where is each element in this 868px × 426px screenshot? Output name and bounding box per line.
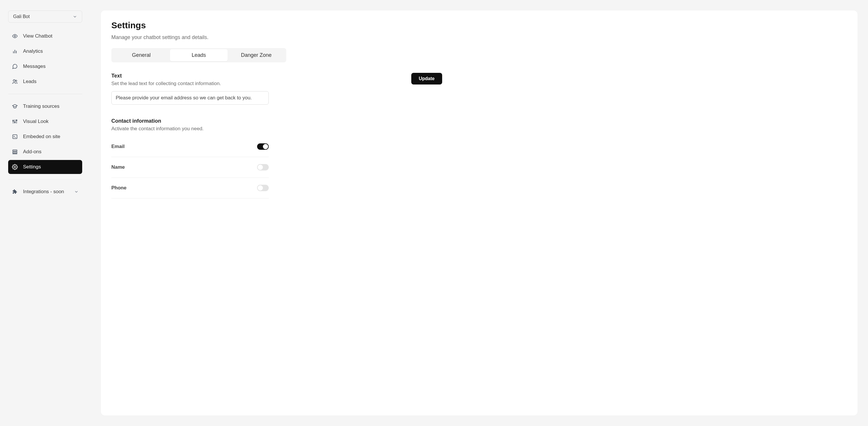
sidebar-item-label: Settings [23,164,41,170]
users-icon [12,78,18,85]
toggle-row-email: Email [111,140,269,157]
bar-chart-icon [12,48,18,55]
sidebar-item-integrations[interactable]: Integrations - soon [8,185,82,199]
lead-text-input[interactable] [111,91,269,105]
sidebar-item-analytics[interactable]: Analytics [8,44,82,58]
svg-rect-14 [13,150,17,151]
lead-text-title: Text [111,73,221,79]
svg-rect-15 [13,152,17,153]
nav-group-2: Training sources Visual Look Embeded on … [8,99,82,174]
svg-point-10 [14,122,15,123]
toggle-email[interactable] [257,143,269,150]
svg-rect-16 [13,153,17,154]
sidebar-item-training-sources[interactable]: Training sources [8,99,82,113]
toggle-row-phone: Phone [111,178,269,198]
update-button[interactable]: Update [411,73,442,85]
svg-point-0 [14,36,16,37]
sidebar-item-add-ons[interactable]: Add-ons [8,145,82,159]
svg-rect-12 [13,135,17,138]
tab-leads[interactable]: Leads [170,49,227,61]
toggle-name[interactable] [257,164,269,170]
sidebar-item-view-chatbot[interactable]: View Chatbot [8,29,82,43]
sidebar-item-label: View Chatbot [23,33,53,39]
sliders-icon [12,118,18,125]
tab-general[interactable]: General [113,49,170,61]
gear-icon [12,164,18,170]
sidebar-item-leads[interactable]: Leads [8,75,82,89]
tabs: General Leads Danger Zone [111,48,286,62]
contact-title: Contact information [111,118,442,124]
sidebar-item-embed-on-site[interactable]: Embeded on site [8,130,82,144]
contact-subtitle: Activate the contact information you nee… [111,126,442,132]
eye-icon [12,33,18,39]
svg-point-9 [13,120,14,121]
svg-point-4 [13,79,15,81]
terminal-icon [12,133,18,140]
toggle-phone[interactable] [257,185,269,191]
sidebar-item-label: Training sources [23,103,59,109]
sidebar-item-label: Visual Look [23,119,49,124]
sidebar-item-label: Leads [23,79,36,85]
toggle-label: Phone [111,185,126,191]
sidebar-item-visual-look[interactable]: Visual Look [8,114,82,129]
page-subtitle: Manage your chatbot settings and details… [111,34,847,40]
sidebar-item-messages[interactable]: Messages [8,60,82,73]
graduation-cap-icon [12,103,18,109]
puzzle-icon [12,189,18,195]
main-content: Settings Manage your chatbot settings an… [101,10,858,416]
sidebar-item-label: Embeded on site [23,134,60,139]
toggle-row-name: Name [111,157,269,178]
stack-icon [12,149,18,155]
sidebar: Gali Bot View Chatbot Analytics Messages [0,0,90,426]
bot-selector-label: Gali Bot [13,14,30,19]
sidebar-item-settings[interactable]: Settings [8,160,82,174]
svg-point-5 [16,80,17,81]
sidebar-item-label: Messages [23,64,45,69]
lead-text-subtitle: Set the lead text for collecting contact… [111,81,221,87]
divider [8,179,82,179]
svg-point-17 [14,166,16,168]
bot-selector[interactable]: Gali Bot [8,10,82,23]
sidebar-item-label: Integrations - soon [23,189,64,195]
chevron-down-icon [74,189,79,194]
svg-point-11 [16,120,17,121]
chevron-down-icon [72,14,77,19]
page-title: Settings [111,21,847,30]
nav-group-1: View Chatbot Analytics Messages Leads [8,29,82,89]
sidebar-item-label: Add-ons [23,149,41,155]
toggle-label: Email [111,144,124,150]
tab-danger-zone[interactable]: Danger Zone [228,49,285,61]
sidebar-item-label: Analytics [23,48,43,54]
messages-icon [12,63,18,70]
toggle-label: Name [111,164,125,170]
